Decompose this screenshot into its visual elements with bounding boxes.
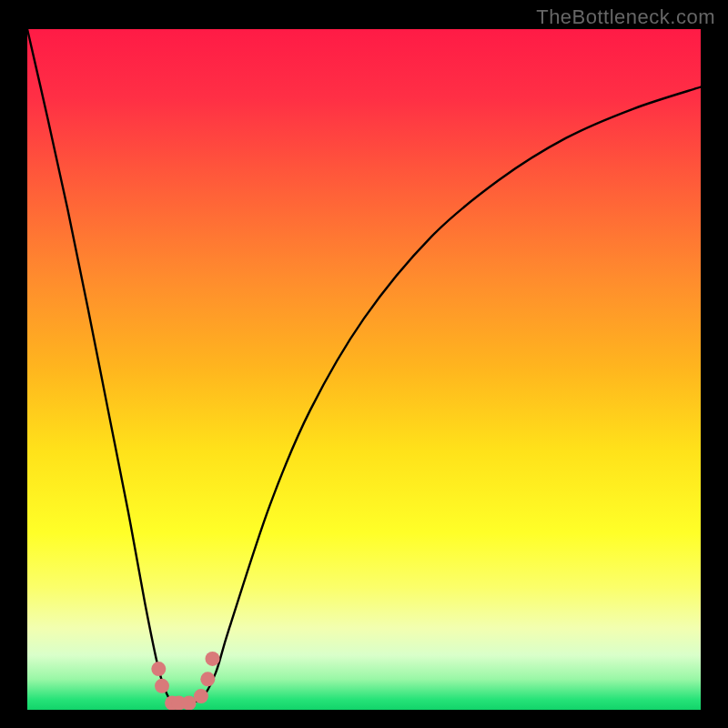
highlight-marker <box>200 672 215 686</box>
highlight-marker <box>151 662 166 676</box>
highlight-marker <box>206 652 220 666</box>
highlight-marker <box>194 689 208 703</box>
watermark-text: TheBottleneck.com <box>536 5 715 29</box>
chart-stage: TheBottleneck.com <box>0 0 728 728</box>
bottleneck-chart <box>0 0 728 728</box>
highlight-marker <box>155 679 169 693</box>
gradient-background <box>27 29 701 710</box>
